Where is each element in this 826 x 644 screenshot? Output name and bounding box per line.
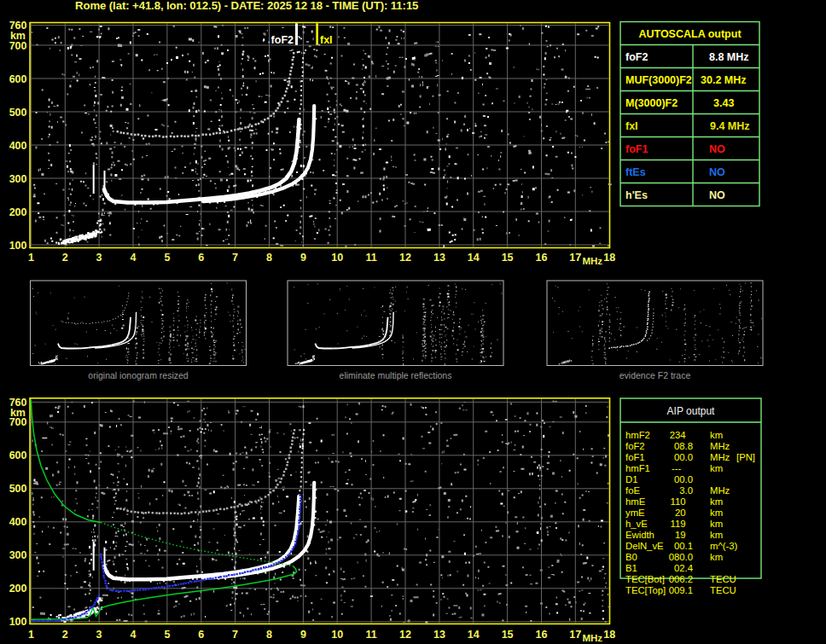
svg-text:1: 1 bbox=[28, 629, 34, 641]
svg-text:original ionogram resized: original ionogram resized bbox=[88, 370, 188, 380]
svg-text:km: km bbox=[10, 30, 26, 42]
svg-text:20: 20 bbox=[675, 508, 686, 518]
svg-text:8: 8 bbox=[266, 629, 272, 641]
svg-text:fxI: fxI bbox=[320, 34, 333, 46]
svg-text:MHz: MHz bbox=[710, 441, 730, 451]
svg-text:00.0: 00.0 bbox=[674, 474, 693, 484]
svg-text:M(3000)F2: M(3000)F2 bbox=[625, 97, 678, 109]
svg-text:30.2 MHz: 30.2 MHz bbox=[701, 74, 747, 86]
svg-text:08.8: 08.8 bbox=[674, 441, 693, 451]
svg-text:006.2: 006.2 bbox=[669, 574, 693, 584]
svg-text:200: 200 bbox=[9, 583, 27, 595]
svg-text:hmE: hmE bbox=[625, 496, 646, 507]
svg-text:hmF2: hmF2 bbox=[625, 430, 650, 440]
svg-text:evidence F2 trace: evidence F2 trace bbox=[620, 370, 691, 380]
svg-text:AIP output: AIP output bbox=[667, 405, 715, 417]
svg-text:080.0: 080.0 bbox=[669, 552, 693, 562]
svg-text:15: 15 bbox=[502, 629, 514, 641]
svg-text:100: 100 bbox=[9, 616, 27, 628]
svg-text:NO: NO bbox=[709, 189, 725, 201]
svg-text:9.4 MHz: 9.4 MHz bbox=[710, 120, 750, 132]
svg-text:600: 600 bbox=[9, 73, 27, 85]
svg-text:DelN_vE: DelN_vE bbox=[625, 541, 664, 551]
svg-text:Rome (lat: +41.8, lon: 012.5): Rome (lat: +41.8, lon: 012.5) - DATE: 20… bbox=[75, 0, 418, 12]
svg-text:11: 11 bbox=[365, 252, 376, 264]
svg-text:foE: foE bbox=[625, 485, 640, 496]
svg-text:5: 5 bbox=[164, 629, 170, 641]
svg-text:TECU: TECU bbox=[710, 574, 736, 584]
svg-text:18: 18 bbox=[603, 629, 615, 641]
svg-text:km: km bbox=[710, 508, 723, 518]
svg-text:AUTOSCALA output: AUTOSCALA output bbox=[638, 28, 742, 40]
svg-text:TEC[Top]: TEC[Top] bbox=[625, 585, 666, 595]
svg-text:5: 5 bbox=[164, 252, 170, 264]
svg-text:234: 234 bbox=[670, 430, 686, 440]
svg-text:NO: NO bbox=[709, 143, 725, 155]
svg-text:16: 16 bbox=[536, 629, 548, 641]
svg-text:km: km bbox=[710, 530, 723, 540]
svg-text:14: 14 bbox=[468, 629, 480, 641]
svg-text:600: 600 bbox=[9, 450, 27, 461]
svg-text:10: 10 bbox=[331, 252, 343, 264]
svg-text:MHz: MHz bbox=[710, 485, 730, 496]
svg-text:13: 13 bbox=[433, 252, 445, 264]
svg-text:15: 15 bbox=[502, 252, 514, 264]
svg-text:fxI: fxI bbox=[625, 120, 638, 132]
svg-text:400: 400 bbox=[9, 140, 27, 152]
svg-text:4: 4 bbox=[131, 629, 137, 641]
svg-text:3: 3 bbox=[96, 252, 102, 264]
svg-text:Ewidth: Ewidth bbox=[625, 530, 654, 540]
svg-text:200: 200 bbox=[9, 206, 27, 218]
svg-text:B1: B1 bbox=[625, 563, 637, 573]
svg-text:foF2: foF2 bbox=[625, 51, 648, 63]
svg-text:300: 300 bbox=[9, 549, 27, 561]
svg-text:eliminate multiple reflections: eliminate multiple reflections bbox=[340, 370, 452, 380]
svg-text:100: 100 bbox=[9, 240, 27, 252]
svg-text:1: 1 bbox=[28, 252, 34, 264]
svg-text:TEC[Bot]: TEC[Bot] bbox=[625, 574, 665, 584]
svg-text:2: 2 bbox=[62, 252, 68, 264]
svg-text:2: 2 bbox=[62, 629, 68, 641]
svg-text:00.1: 00.1 bbox=[674, 541, 693, 551]
svg-text:11: 11 bbox=[365, 629, 376, 641]
svg-text:B0: B0 bbox=[625, 552, 637, 562]
svg-text:7: 7 bbox=[232, 629, 238, 641]
svg-text:foF1: foF1 bbox=[625, 452, 645, 462]
svg-text:8.8 MHz: 8.8 MHz bbox=[709, 51, 749, 63]
svg-text:02.4: 02.4 bbox=[674, 563, 693, 573]
svg-text:009.1: 009.1 bbox=[669, 585, 693, 595]
svg-text:ymE: ymE bbox=[625, 508, 645, 518]
svg-text:km: km bbox=[710, 552, 723, 562]
svg-text:foF1: foF1 bbox=[625, 143, 648, 155]
svg-text:MHz: MHz bbox=[710, 452, 730, 462]
svg-text:110: 110 bbox=[670, 496, 685, 507]
svg-text:hmF1: hmF1 bbox=[625, 463, 650, 473]
svg-text:MUF(3000)F2: MUF(3000)F2 bbox=[625, 74, 692, 86]
svg-text:TECU: TECU bbox=[710, 585, 736, 595]
svg-text:10: 10 bbox=[331, 629, 343, 641]
svg-text:17: 17 bbox=[569, 629, 581, 641]
svg-text:km: km bbox=[710, 496, 723, 507]
svg-text:500: 500 bbox=[9, 483, 27, 495]
svg-text:MHz: MHz bbox=[582, 633, 602, 643]
svg-text:8: 8 bbox=[266, 252, 272, 264]
svg-text:3.43: 3.43 bbox=[713, 97, 734, 109]
svg-text:ftEs: ftEs bbox=[625, 166, 646, 178]
svg-text:foF2: foF2 bbox=[271, 34, 294, 46]
svg-text:km: km bbox=[710, 519, 723, 529]
svg-text:400: 400 bbox=[9, 516, 27, 528]
svg-text:D1: D1 bbox=[625, 474, 637, 484]
svg-text:13: 13 bbox=[433, 629, 445, 641]
svg-text:m^(-3): m^(-3) bbox=[710, 541, 738, 551]
svg-text:9: 9 bbox=[300, 629, 306, 641]
svg-text:9: 9 bbox=[300, 252, 306, 264]
svg-text:119: 119 bbox=[670, 519, 685, 529]
svg-text:---: --- bbox=[672, 463, 682, 473]
svg-text:NO: NO bbox=[709, 166, 725, 178]
svg-text:19: 19 bbox=[675, 530, 686, 540]
svg-text:[PN]: [PN] bbox=[736, 452, 755, 462]
svg-text:300: 300 bbox=[9, 173, 27, 185]
svg-text:00.0: 00.0 bbox=[674, 452, 693, 462]
svg-text:14: 14 bbox=[468, 252, 480, 264]
svg-text:6: 6 bbox=[198, 629, 204, 641]
